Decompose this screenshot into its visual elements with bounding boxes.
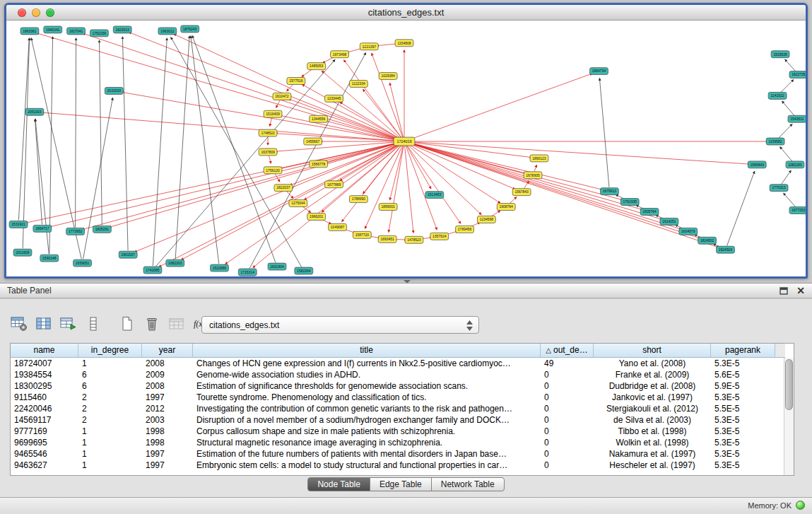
zoom-window-button[interactable] bbox=[46, 8, 54, 17]
table-cell-pagerank[interactable]: 5.3E-5 bbox=[711, 414, 775, 426]
table-cell-year[interactable]: 2008 bbox=[142, 358, 193, 369]
table-cell-year[interactable]: 1998 bbox=[142, 437, 193, 448]
table-cell-pagerank[interactable]: 5.5E-5 bbox=[711, 403, 775, 414]
graph-edge[interactable] bbox=[408, 142, 532, 158]
table-cell-title[interactable]: Changes of HCN gene expression and I(f) … bbox=[193, 358, 541, 369]
table-cell-year[interactable]: 2009 bbox=[142, 369, 193, 380]
table-cell-name[interactable]: 9463627 bbox=[11, 460, 78, 471]
graph-edge[interactable] bbox=[408, 74, 593, 140]
table-cell-name[interactable]: 22420046 bbox=[11, 403, 78, 414]
graph-node[interactable]: 2011609 bbox=[13, 249, 32, 256]
network-window[interactable]: citations_edges.txt 17240191154808122139… bbox=[4, 3, 808, 279]
table-cell-short[interactable]: Tibbo et al. (1998) bbox=[594, 426, 711, 437]
graph-node[interactable]: 1679913 bbox=[600, 188, 618, 195]
graph-node[interactable]: 1513453 bbox=[425, 192, 444, 199]
graph-edge[interactable] bbox=[42, 112, 400, 141]
graph-node[interactable]: 1659051 bbox=[73, 259, 92, 267]
table-row[interactable]: 911546021997Tourette syndrome. Phenomeno… bbox=[11, 392, 794, 403]
graph-edge[interactable] bbox=[340, 144, 401, 180]
graph-edge[interactable] bbox=[780, 147, 793, 162]
graph-node[interactable]: 1582264 bbox=[295, 267, 313, 274]
edit-columns-icon[interactable] bbox=[59, 315, 78, 333]
table-cell-year[interactable]: 1997 bbox=[142, 448, 193, 460]
graph-edge[interactable] bbox=[785, 59, 796, 71]
table-cell-short[interactable]: Hescheler et al. (1997) bbox=[594, 460, 711, 471]
graph-node[interactable]: 1901537 bbox=[119, 251, 137, 258]
table-cell-short[interactable]: Dudbridge et al. (2008) bbox=[594, 380, 711, 392]
network-canvas[interactable]: 1724019115480812213971973498148505315775… bbox=[6, 21, 806, 276]
graph-node[interactable]: 1825291 bbox=[93, 226, 111, 233]
graph-edge[interactable] bbox=[286, 191, 293, 198]
graph-node[interactable]: 1344556 bbox=[310, 115, 328, 122]
graph-edge[interactable] bbox=[784, 193, 796, 207]
graph-node[interactable]: 1835764 bbox=[640, 209, 659, 216]
table-cell-year[interactable]: 1997 bbox=[142, 460, 193, 471]
import-table-icon[interactable] bbox=[167, 315, 186, 333]
graph-edge[interactable] bbox=[782, 101, 795, 116]
graph-node[interactable]: 1478523 bbox=[405, 236, 423, 243]
table-cell-out_de[interactable]: 0 bbox=[541, 392, 594, 403]
column-header-title[interactable]: title bbox=[193, 344, 541, 358]
graph-edge[interactable] bbox=[727, 171, 755, 245]
row-tools-icon[interactable] bbox=[84, 315, 102, 333]
graph-edge[interactable] bbox=[390, 146, 404, 200]
graph-edge[interactable] bbox=[23, 38, 29, 248]
column-header-in_degree[interactable]: in_degree bbox=[78, 344, 142, 358]
close-window-button[interactable] bbox=[18, 8, 26, 17]
graph-edge[interactable] bbox=[249, 53, 366, 269]
graph-node[interactable]: 1824502 bbox=[698, 237, 717, 244]
graph-node[interactable]: 1485053 bbox=[307, 63, 326, 70]
graph-node[interactable]: 1577516 bbox=[287, 78, 305, 85]
graph-node[interactable]: 1756120 bbox=[264, 167, 282, 174]
table-cell-name[interactable]: 9699695 bbox=[11, 437, 78, 448]
graph-edge[interactable] bbox=[781, 170, 791, 185]
table-cell-pagerank[interactable]: 5.3E-5 bbox=[711, 448, 775, 460]
graph-edge[interactable] bbox=[155, 59, 335, 267]
table-cell-out_de[interactable]: 0 bbox=[541, 460, 594, 471]
graph-edge[interactable] bbox=[35, 119, 42, 224]
graph-node[interactable]: 1788990 bbox=[349, 196, 367, 203]
table-cell-title[interactable]: Corpus callosum shape and size in male p… bbox=[193, 426, 541, 437]
graph-node[interactable]: 1908764 bbox=[497, 204, 515, 211]
graph-node[interactable]: 1664794 bbox=[590, 68, 608, 75]
table-cell-title[interactable]: Genome-wide association studies in ADHD. bbox=[193, 369, 541, 380]
graph-node[interactable]: 1924503 bbox=[717, 246, 735, 253]
graph-edge[interactable] bbox=[778, 124, 792, 138]
graph-edge[interactable] bbox=[159, 144, 401, 267]
table-cell-title[interactable]: Structural magnetic resonance image aver… bbox=[193, 437, 541, 448]
table-cell-year[interactable]: 1997 bbox=[142, 392, 193, 403]
combobox-arrows-icon[interactable] bbox=[466, 320, 473, 334]
graph-edge[interactable] bbox=[153, 38, 167, 266]
table-cell-short[interactable]: Wolkin et al. (1998) bbox=[594, 437, 711, 448]
table-cell-in_degree[interactable]: 1 bbox=[78, 448, 142, 460]
graph-node[interactable]: 1822037 bbox=[274, 185, 293, 192]
table-cell-pagerank[interactable]: 5.3E-5 bbox=[711, 437, 775, 448]
graph-edge[interactable] bbox=[109, 143, 400, 228]
graph-node[interactable]: 1966201 bbox=[307, 213, 326, 220]
table-cell-short[interactable]: Franke et al. (2009) bbox=[594, 369, 711, 380]
table-row[interactable]: 946362711997Embryonic stem cells: a mode… bbox=[11, 460, 794, 471]
graph-edge[interactable] bbox=[83, 98, 113, 259]
table-cell-year[interactable]: 1998 bbox=[142, 426, 193, 437]
tab-edge-table[interactable]: Edge Table bbox=[370, 477, 432, 491]
graph-edge[interactable] bbox=[363, 145, 402, 194]
graph-node[interactable]: 1973498 bbox=[331, 51, 349, 58]
table-cell-in_degree[interactable]: 1 bbox=[78, 358, 142, 369]
graph-node[interactable]: 1622735 bbox=[789, 71, 806, 78]
graph-edge[interactable] bbox=[390, 83, 404, 137]
tab-node-table[interactable]: Node Table bbox=[307, 477, 370, 491]
graph-node[interactable]: 1357924 bbox=[430, 233, 449, 240]
graph-node[interactable]: 1899001 bbox=[379, 204, 397, 211]
graph-node[interactable]: 1864717 bbox=[33, 225, 52, 232]
table-row[interactable]: 977716911998Corpus callosum shape and si… bbox=[11, 426, 794, 437]
table-cell-year[interactable]: 2003 bbox=[142, 414, 193, 426]
table-cell-pagerank[interactable]: 5.6E-5 bbox=[711, 369, 775, 380]
graph-edge[interactable] bbox=[365, 146, 402, 229]
table-row[interactable]: 1872400712008Changes of HCN gene express… bbox=[11, 358, 794, 369]
table-cell-year[interactable]: 2012 bbox=[142, 403, 193, 414]
graph-node[interactable]: 1049087 bbox=[329, 223, 347, 230]
graph-node[interactable]: 1566778 bbox=[310, 160, 328, 168]
table-row[interactable]: 2242004622012Investigating the contribut… bbox=[11, 403, 794, 414]
graph-node[interactable]: 1791935 bbox=[620, 199, 639, 206]
graph-node[interactable]: 1515635 bbox=[771, 51, 789, 58]
